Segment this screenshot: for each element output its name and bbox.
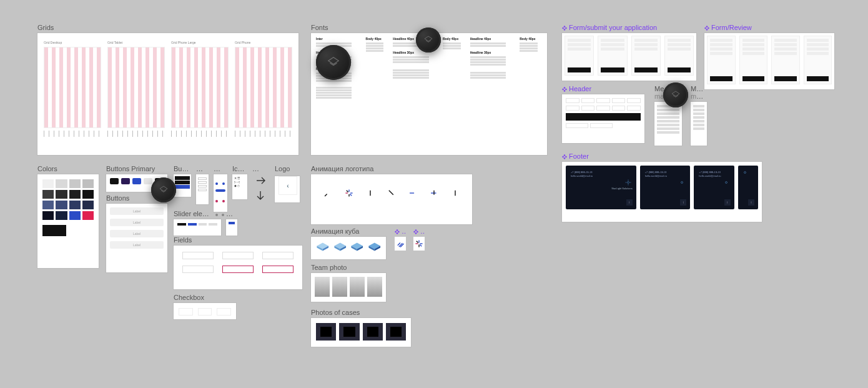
frame-label-checkbox[interactable]: Checkbox: [174, 294, 236, 301]
grid-preview: [235, 47, 292, 128]
frame-label-slider2[interactable]: …: [226, 210, 237, 217]
color-swatch: [56, 211, 67, 220]
frame-footer[interactable]: +7 (888) 888-13-13hello.world@mail.ru St…: [562, 162, 762, 222]
frame-icons[interactable]: ✕ ☰▷ ◁◆ ◇: [232, 174, 247, 199]
logo-anim-frame-icon: [451, 189, 460, 197]
frame-checkbox[interactable]: [174, 303, 236, 319]
user-presence-cursor[interactable]: [416, 27, 441, 52]
stripes-icon: [396, 239, 405, 248]
case-photo: [363, 323, 383, 341]
frame-slider[interactable]: [174, 219, 221, 236]
user-logo-icon: [671, 90, 681, 100]
frame-logo-anim[interactable]: [311, 174, 472, 224]
footer-variant: +7 (888) 888-13-13hello.world@mail.ru St…: [566, 166, 636, 209]
frame-arrows[interactable]: [252, 174, 269, 202]
frame-fields[interactable]: [174, 246, 302, 289]
button-sample: [110, 178, 119, 184]
component-icon: [395, 229, 400, 234]
frame-team[interactable]: [311, 273, 386, 302]
color-swatch: [56, 201, 67, 209]
canvas[interactable]: Grids Grid Desktop Grid Tablet Grid Phon…: [0, 29, 868, 388]
frame-buttons-secondary[interactable]: [174, 174, 191, 197]
frame-tiny1[interactable]: [395, 237, 406, 251]
svg-line-0: [325, 194, 327, 196]
frame-label-footer[interactable]: Footer: [562, 152, 762, 160]
frame-form-submit[interactable]: [562, 33, 696, 81]
frame-header[interactable]: [562, 94, 644, 143]
user-logo-icon: [327, 56, 340, 69]
frame-menu1[interactable]: [654, 102, 682, 146]
dot-icon: [222, 182, 225, 185]
input-sample-error: [222, 266, 254, 273]
svg-line-8: [389, 191, 393, 195]
frame-label-header[interactable]: Header: [562, 85, 644, 92]
frame-label-buttons-secondary[interactable]: Bu…: [174, 165, 191, 172]
arrow-down-icon: [254, 189, 267, 202]
frame-buttons[interactable]: Label Label Label Label: [106, 204, 167, 272]
frame-label-cases[interactable]: Photos of cases: [311, 309, 411, 316]
form-variant: [739, 36, 768, 84]
color-swatch: [82, 190, 94, 199]
color-swatch: [82, 201, 94, 209]
dot-icon: [222, 214, 224, 216]
checkbox-sample: [198, 308, 212, 316]
checkbox-sample: [179, 308, 193, 316]
frame-label-form-review[interactable]: Form/Review: [704, 24, 834, 31]
input-sample: [262, 252, 293, 259]
user-presence-cursor[interactable]: [663, 82, 688, 107]
component-icon: [562, 26, 567, 31]
frame-label-colors[interactable]: Colors: [37, 165, 99, 172]
frame-label-logo[interactable]: Logo: [275, 165, 300, 172]
frame-logo[interactable]: ‹: [275, 176, 300, 202]
frame-buttons-tertiary[interactable]: [196, 174, 209, 204]
frame-label-small[interactable]: …: [214, 165, 227, 172]
frame-label-arrows[interactable]: …: [252, 165, 269, 172]
grid-ticks: [235, 131, 292, 137]
frame-label-slider[interactable]: Slider ele…: [174, 210, 221, 217]
user-presence-cursor[interactable]: [316, 45, 351, 80]
grid-ticks: [107, 131, 165, 137]
grid-col-label: Grid Phone Large: [171, 41, 229, 44]
header-dark-variant: [566, 113, 641, 121]
font-spec: Body 40px: [366, 37, 388, 41]
frame-cases[interactable]: [311, 318, 411, 347]
frame-label-logo-anim[interactable]: Анимация логотипа: [311, 165, 472, 172]
user-presence-cursor[interactable]: [151, 177, 176, 202]
frame-label-fields[interactable]: Fields: [174, 236, 302, 244]
frame-cube-anim[interactable]: [311, 237, 386, 259]
font-spec: Headline 40px: [470, 37, 515, 41]
frame-label-form-submit[interactable]: Form/submit your application: [562, 24, 696, 31]
scroll-top-icon: ↑: [626, 199, 633, 206]
component-icon: [562, 87, 567, 92]
frame-grids[interactable]: Grid Desktop Grid Tablet Grid Phone Larg…: [37, 33, 298, 155]
color-swatch: [69, 179, 81, 188]
frame-label-team[interactable]: Team photo: [311, 264, 386, 271]
cube-frame-icon: [316, 242, 330, 252]
frame-label-buttons-tertiary[interactable]: …: [196, 165, 209, 172]
grid-ticks: [171, 131, 229, 137]
frame-small-buttons[interactable]: [214, 174, 227, 212]
footer-variant: +7 (888) 888-13-13hello.world@mail.ru ↑: [694, 166, 734, 209]
logo-anim-frame-icon: [387, 189, 396, 197]
frame-slider2[interactable]: [226, 219, 237, 236]
scroll-top-icon: ↑: [724, 199, 731, 206]
frame-label-tiny1[interactable]: …: [395, 227, 406, 235]
frame-tiny2[interactable]: [413, 237, 425, 251]
frame-label-menu2[interactable]: Me…ma…: [691, 85, 707, 100]
frame-form-review[interactable]: [704, 33, 834, 89]
brand-logo-icon: [679, 179, 685, 186]
frame-colors[interactable]: [37, 174, 99, 268]
frame-label-icons[interactable]: Ic…: [232, 165, 247, 172]
frame-menu2[interactable]: [691, 102, 707, 146]
form-variant: [598, 36, 627, 76]
color-swatch: [42, 211, 54, 220]
frame-label-tiny2[interactable]: …: [413, 227, 425, 235]
color-swatch: [42, 190, 54, 199]
frame-label-cube-anim[interactable]: Анимация куба: [311, 227, 386, 235]
frame-label-grids[interactable]: Grids: [37, 24, 298, 31]
frame-label-buttons-primary[interactable]: Buttons Primary: [106, 165, 167, 172]
scroll-top-icon: ↑: [748, 199, 754, 206]
team-photo: [315, 277, 330, 297]
logo-anim-frame-icon: [345, 189, 353, 197]
footer-variant: +7 (888) 888-13-13hello.world@mail.ru ↑: [640, 166, 691, 209]
